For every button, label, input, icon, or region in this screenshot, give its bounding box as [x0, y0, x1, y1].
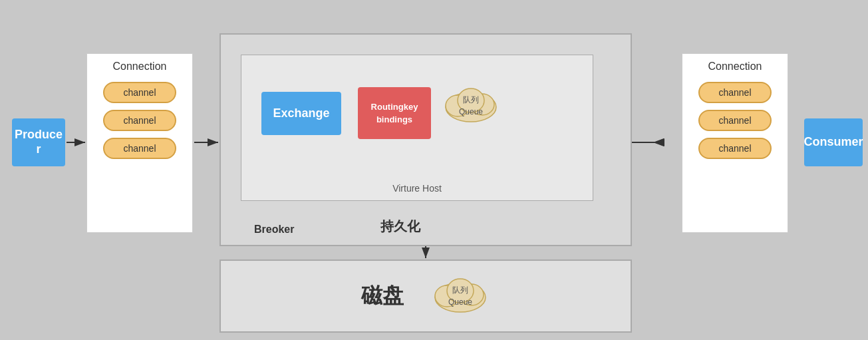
- queue-bottom-cloud: 队列 Queue: [430, 272, 490, 320]
- broker-box: Exchange Routingkey bindings: [219, 33, 632, 246]
- channel-left-2: channel: [103, 110, 176, 131]
- connection-left: Connection channel channel channel: [86, 53, 193, 233]
- queue-top-label: 队列 Queue: [441, 94, 501, 118]
- bindings-label: bindings: [376, 114, 412, 124]
- channel-right-2: channel: [698, 110, 772, 131]
- disk-label: 磁盘: [361, 281, 404, 311]
- connection-left-title: Connection: [87, 54, 192, 82]
- broker-label: Breoker: [254, 224, 294, 236]
- persist-label: 持久化: [380, 218, 420, 236]
- channel-right-1: channel: [698, 82, 772, 103]
- producer-label: Producer: [15, 128, 63, 156]
- channels-right-container: channel channel channel: [682, 82, 788, 159]
- channel-left-1: channel: [103, 82, 176, 103]
- diagram-container: Producer Connection channel channel chan…: [0, 0, 868, 340]
- queue-top-cloud: 队列 Queue: [441, 82, 501, 130]
- channels-left-container: channel channel channel: [87, 82, 192, 159]
- routing-key-label: Routingkey: [371, 102, 418, 112]
- exchange-label: Exchange: [273, 106, 329, 120]
- channel-right-3: channel: [698, 138, 772, 159]
- queue-bottom-label: 队列 Queue: [430, 284, 490, 308]
- disk-box: 磁盘 队列 Queue: [219, 259, 632, 333]
- channel-left-3: channel: [103, 138, 176, 159]
- vhost-box: Exchange Routingkey bindings: [241, 55, 593, 201]
- connection-right: Connection channel channel channel: [682, 53, 788, 233]
- routing-box: Routingkey bindings: [358, 87, 431, 139]
- producer-box: Producer: [12, 118, 65, 166]
- connection-right-title: Connection: [682, 54, 788, 82]
- exchange-box: Exchange: [261, 92, 341, 135]
- consumer-label: Consumer: [804, 135, 863, 150]
- vhost-label: Virture Host: [392, 183, 442, 194]
- consumer-box: Consumer: [804, 118, 863, 166]
